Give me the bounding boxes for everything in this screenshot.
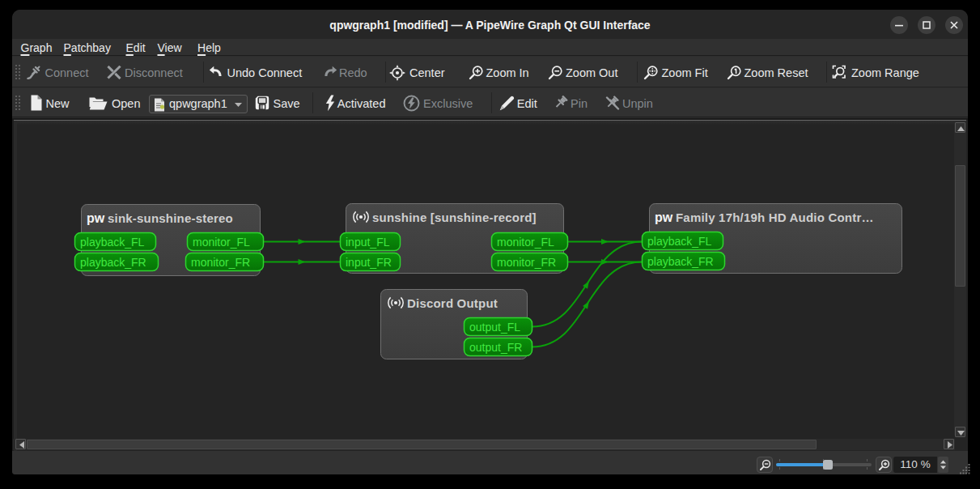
svg-text:Family 17h/19h HD Audio Contr…: Family 17h/19h HD Audio Contr… <box>676 210 874 224</box>
svg-text:Discord Output: Discord Output <box>407 296 498 310</box>
svg-text:playback_FR: playback_FR <box>647 255 714 268</box>
svg-text:monitor_FL: monitor_FL <box>497 236 554 249</box>
svg-text:monitor_FL: monitor_FL <box>193 236 250 249</box>
svg-text:playback_FL: playback_FL <box>80 236 145 249</box>
svg-text:monitor_FR: monitor_FR <box>191 256 250 269</box>
svg-text:playback_FR: playback_FR <box>80 256 146 269</box>
svg-text:monitor_FR: monitor_FR <box>497 256 556 269</box>
svg-text:output_FL: output_FL <box>469 321 520 334</box>
svg-text:pw: pw <box>655 210 673 224</box>
svg-text:output_FR: output_FR <box>469 341 522 354</box>
svg-text:pw: pw <box>87 211 105 225</box>
svg-text:playback_FL: playback_FL <box>647 235 712 248</box>
svg-text:input_FR: input_FR <box>346 256 392 269</box>
svg-text:sunshine [sunshine-record]: sunshine [sunshine-record] <box>372 210 537 224</box>
svg-text:input_FL: input_FL <box>346 236 390 249</box>
svg-text:sink-sunshine-stereo: sink-sunshine-stereo <box>108 211 233 225</box>
